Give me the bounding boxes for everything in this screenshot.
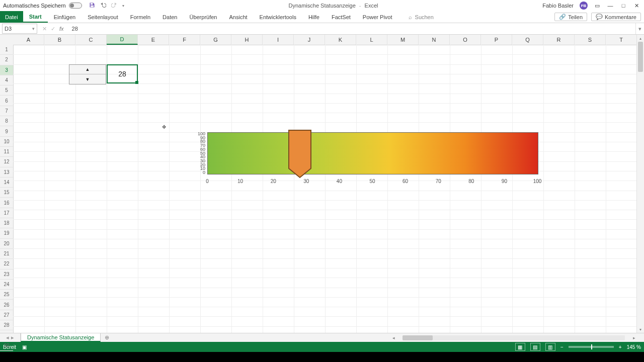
vertical-scrollbar[interactable]: ▴ ▾ (636, 35, 644, 333)
tab-factset[interactable]: FactSet (326, 11, 357, 23)
row-header-5[interactable]: 5 (0, 85, 13, 96)
maximize-icon[interactable]: □ (620, 3, 627, 9)
share-button[interactable]: 🔗 Teilen (554, 13, 587, 21)
row-header-18[interactable]: 18 (0, 218, 13, 228)
name-box[interactable]: D3 ▾ (2, 24, 37, 34)
view-pagebreak-icon[interactable]: ▥ (545, 343, 555, 351)
redo-icon[interactable] (111, 2, 117, 9)
col-header-D[interactable]: D (107, 35, 138, 45)
active-cell[interactable]: 28 (107, 64, 138, 84)
col-header-T[interactable]: T (606, 35, 637, 45)
enter-icon[interactable]: ✓ (51, 26, 55, 32)
col-header-S[interactable]: S (575, 35, 606, 45)
save-icon[interactable] (89, 2, 95, 9)
tab-ansicht[interactable]: Ansicht (223, 11, 253, 23)
col-header-N[interactable]: N (419, 35, 450, 45)
select-all-button[interactable] (0, 35, 14, 45)
row-header-21[interactable]: 21 (0, 249, 13, 259)
macro-record-icon[interactable]: ▣ (22, 344, 27, 350)
scroll-down-icon[interactable]: ▾ (637, 326, 644, 333)
row-header-7[interactable]: 7 (0, 106, 13, 116)
avatar[interactable]: FB (580, 2, 588, 10)
col-header-H[interactable]: H (231, 35, 263, 45)
row-headers[interactable]: 1234567891011121314151617181920212223242… (0, 45, 14, 333)
row-header-17[interactable]: 17 (0, 208, 13, 218)
row-header-26[interactable]: 26 (0, 300, 13, 310)
row-header-25[interactable]: 25 (0, 290, 13, 300)
col-header-C[interactable]: C (75, 35, 107, 45)
col-header-K[interactable]: K (325, 35, 356, 45)
comments-button[interactable]: 💬 Kommentare (591, 13, 641, 21)
search-box[interactable]: ⌕ Suchen (409, 11, 434, 23)
zoom-slider[interactable] (569, 346, 614, 348)
status-gauge-chart[interactable]: 1009080706050403020100 01020304050607080… (182, 132, 546, 193)
col-header-B[interactable]: B (44, 35, 75, 45)
col-header-P[interactable]: P (481, 35, 512, 45)
row-header-9[interactable]: 9 (0, 126, 13, 136)
row-header-30[interactable]: 30 (0, 341, 13, 351)
col-header-Q[interactable]: Q (512, 35, 543, 45)
col-header-F[interactable]: F (169, 35, 200, 45)
col-header-R[interactable]: R (543, 35, 575, 45)
user-name[interactable]: Fabio Basler (542, 3, 574, 9)
row-header-27[interactable]: 27 (0, 310, 13, 320)
scroll-left-icon[interactable]: ◂ (390, 335, 396, 340)
row-header-20[interactable]: 20 (0, 239, 13, 249)
tab-daten[interactable]: Daten (156, 11, 183, 23)
tab-seitenlayout[interactable]: Seitenlayout (82, 11, 124, 23)
row-header-22[interactable]: 22 (0, 259, 13, 269)
row-header-4[interactable]: 4 (0, 75, 13, 85)
row-header-1[interactable]: 1 (0, 45, 13, 55)
horizontal-scrollbar[interactable]: ◂ ▸ (390, 333, 637, 342)
row-header-24[interactable]: 24 (0, 280, 13, 290)
add-sheet-button[interactable]: ⊕ (101, 333, 113, 342)
spin-up-button[interactable]: ▲ (69, 65, 106, 75)
row-header-15[interactable]: 15 (0, 188, 13, 198)
tab-überprüfen[interactable]: Überprüfen (183, 11, 223, 23)
sheet-tab-active[interactable]: Dynamische Statusanzeige (21, 333, 101, 342)
row-header-14[interactable]: 14 (0, 177, 13, 188)
tab-file[interactable]: Datei (0, 11, 23, 23)
tab-formeln[interactable]: Formeln (124, 11, 156, 23)
row-header-2[interactable]: 2 (0, 55, 13, 65)
zoom-level[interactable]: 145 % (627, 344, 641, 350)
scroll-up-icon[interactable]: ▴ (637, 35, 644, 42)
zoom-in-button[interactable]: + (619, 344, 622, 350)
row-header-12[interactable]: 12 (0, 157, 13, 167)
fx-icon[interactable]: fx (59, 26, 64, 32)
row-header-23[interactable]: 23 (0, 269, 13, 280)
col-header-O[interactable]: O (450, 35, 481, 45)
cancel-icon[interactable]: ✕ (42, 26, 47, 32)
row-header-28[interactable]: 28 (0, 320, 13, 330)
autosave-toggle[interactable]: Automatisches Speichern (0, 3, 82, 9)
col-header-A[interactable]: A (13, 35, 44, 45)
tab-hilfe[interactable]: Hilfe (302, 11, 326, 23)
row-header-10[interactable]: 10 (0, 137, 13, 147)
close-icon[interactable]: ✕ (633, 3, 640, 9)
scroll-right-icon[interactable]: ▸ (631, 335, 637, 340)
tab-entwicklertools[interactable]: Entwicklertools (254, 11, 302, 23)
cells-area[interactable]: ▲ ▼ 28 ✥ 1009080706050403020100 01020304… (13, 45, 637, 333)
expand-formula-bar-icon[interactable]: ▾ (635, 23, 644, 34)
col-header-M[interactable]: M (387, 35, 419, 45)
view-pagelayout-icon[interactable]: ▤ (530, 343, 540, 351)
col-header-J[interactable]: J (294, 35, 325, 45)
tab-start[interactable]: Start (23, 11, 48, 23)
minimize-icon[interactable]: — (607, 3, 614, 9)
ribbon-display-icon[interactable]: ▭ (594, 3, 601, 9)
row-header-19[interactable]: 19 (0, 228, 13, 238)
formula-input[interactable]: 28 (69, 26, 635, 32)
spreadsheet-grid[interactable]: ABCDEFGHIJKLMNOPQRST 1234567891011121314… (0, 35, 644, 333)
spin-down-button[interactable]: ▼ (69, 74, 106, 84)
col-header-I[interactable]: I (263, 35, 294, 45)
row-header-3[interactable]: 3 (0, 65, 13, 75)
spin-control[interactable]: ▲ ▼ (69, 64, 106, 85)
column-headers[interactable]: ABCDEFGHIJKLMNOPQRST (13, 35, 637, 45)
row-header-8[interactable]: 8 (0, 116, 13, 126)
tab-power pivot[interactable]: Power Pivot (357, 11, 398, 23)
zoom-out-button[interactable]: − (560, 344, 564, 350)
col-header-G[interactable]: G (200, 35, 231, 45)
row-header-6[interactable]: 6 (0, 96, 13, 106)
sheet-nav[interactable]: ◂ ▸ (0, 333, 21, 342)
col-header-E[interactable]: E (138, 35, 169, 45)
